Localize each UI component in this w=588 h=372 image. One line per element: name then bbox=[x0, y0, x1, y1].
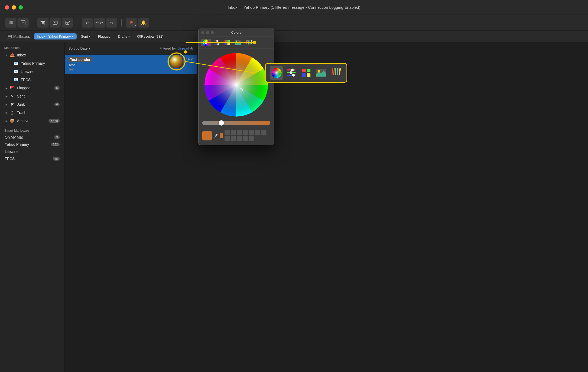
delete-button[interactable] bbox=[37, 18, 49, 28]
colors-maximize-button[interactable] bbox=[211, 31, 214, 34]
junk-expander-icon: ▶ bbox=[5, 103, 8, 106]
color-swatches-row bbox=[199, 128, 274, 145]
color-wheel-mode-button[interactable] bbox=[201, 39, 211, 46]
message-time-1: 3:17 PM bbox=[181, 57, 193, 62]
forward-button[interactable]: ↪ bbox=[106, 18, 117, 28]
yahoo-primary-icon: 📧 bbox=[13, 61, 19, 66]
sidebar-item-sent[interactable]: ▶ ➤ Sent bbox=[2, 92, 63, 100]
archive-icon: 📦 bbox=[10, 118, 15, 123]
sidebar-item-inbox[interactable]: ▾ 📥 Inbox bbox=[2, 51, 63, 59]
tab-sent[interactable]: Sent bbox=[78, 33, 94, 39]
notification-button[interactable]: 🔔 bbox=[138, 18, 149, 28]
colors-close-button[interactable] bbox=[201, 31, 204, 34]
colors-minimize-button[interactable] bbox=[206, 31, 209, 34]
sidebar-item-junk[interactable]: ▶ ✖ Junk 6 bbox=[2, 100, 63, 108]
brightness-track[interactable] bbox=[202, 121, 270, 125]
swatch-9[interactable] bbox=[231, 136, 236, 141]
sidebar-item-archive[interactable]: ▶ 📦 Archive 7,430 bbox=[2, 117, 63, 125]
swatch-3[interactable] bbox=[237, 130, 242, 135]
swatch-4[interactable] bbox=[243, 130, 248, 135]
eyedropper-button[interactable] bbox=[213, 132, 218, 139]
sort-button[interactable]: Sort by Date ▾ bbox=[68, 46, 90, 50]
tab-receipts-label: 00Receipts (232) bbox=[137, 34, 164, 38]
image-palettes-mode-button[interactable] bbox=[233, 39, 243, 46]
compose-button[interactable]: ✉ bbox=[5, 18, 16, 28]
current-color-swatch[interactable] bbox=[202, 131, 212, 140]
sidebar-item-flagged[interactable]: ▶ 🚩 Flagged 6 bbox=[2, 84, 63, 92]
svg-rect-14 bbox=[225, 40, 227, 42]
tab-flagged-label: Flagged bbox=[98, 34, 111, 38]
message-item-1[interactable]: Test sender 3:17 PM Test Test bbox=[65, 55, 197, 74]
junk-button[interactable] bbox=[50, 18, 61, 28]
mag-grid-button[interactable] bbox=[299, 66, 313, 80]
tab-receipts[interactable]: 00Receipts (232) bbox=[134, 33, 167, 39]
svg-point-19 bbox=[236, 41, 237, 42]
archive-button[interactable] bbox=[62, 18, 73, 28]
pencils-mode-button[interactable] bbox=[244, 39, 253, 46]
mag-pencils-button[interactable] bbox=[329, 66, 343, 80]
brightness-slider-container bbox=[199, 121, 274, 128]
toolbar-group-reply: ↩ ↩↩ ↪ bbox=[82, 18, 117, 28]
svg-rect-37 bbox=[307, 73, 310, 77]
sidebar-item-on-my-mac[interactable]: On My Mac 9 bbox=[2, 134, 63, 141]
archive-expander-icon: ▶ bbox=[5, 119, 8, 123]
sidebar-item-lifewire-sm[interactable]: Lifewire bbox=[2, 148, 63, 155]
main-layout: Mailboxes ▾ 📥 Inbox 📧 Yahoo Primary 📧 Li… bbox=[0, 42, 588, 372]
toolbar-group-actions bbox=[37, 18, 73, 28]
mag-image-button[interactable] bbox=[314, 66, 328, 80]
filter-info: Filtered by: Unread ⊗ bbox=[160, 46, 193, 51]
svg-point-39 bbox=[318, 70, 320, 73]
sidebar-item-yahoo-primary-sm[interactable]: Yahoo Primary 232 bbox=[2, 141, 63, 148]
trash-label: Trash bbox=[17, 110, 60, 115]
flag-button[interactable]: ⚑ ▾ bbox=[126, 18, 137, 28]
reply-button[interactable]: ↩ bbox=[82, 18, 93, 28]
sidebar-item-yahoo-primary[interactable]: 📧 Yahoo Primary bbox=[2, 59, 63, 67]
colors-traffic-lights bbox=[201, 31, 214, 34]
toolbar-group-mail: ✉ bbox=[5, 18, 29, 28]
brightness-thumb[interactable] bbox=[219, 120, 224, 126]
mag-colorwheel-button[interactable] bbox=[270, 66, 283, 80]
message-preview-1: Test bbox=[68, 68, 193, 71]
color-sliders-mode-button[interactable] bbox=[212, 39, 221, 46]
tab-inbox-yahoo-label: Inbox - Yahoo Primary bbox=[37, 34, 71, 38]
sidebar-item-tpcs-sm[interactable]: TPCS 46 bbox=[2, 155, 63, 162]
maximize-button[interactable] bbox=[19, 5, 23, 10]
colors-toolbar bbox=[199, 37, 274, 49]
mailboxes-label: Mailboxes bbox=[13, 34, 30, 39]
mailboxes-button[interactable]: Mailboxes bbox=[4, 33, 33, 40]
flagged-icon: 🚩 bbox=[10, 85, 15, 91]
swatch-10[interactable] bbox=[237, 136, 242, 141]
swatch-6[interactable] bbox=[255, 130, 260, 135]
swatch-12[interactable] bbox=[249, 136, 254, 141]
mag-sliders-button[interactable] bbox=[284, 66, 298, 80]
sidebar-item-lifewire[interactable]: 📧 Lifewire bbox=[2, 68, 63, 76]
swatch-2[interactable] bbox=[231, 130, 236, 135]
swatch-orange[interactable] bbox=[220, 133, 223, 138]
svg-text:⊕: ⊕ bbox=[239, 87, 243, 92]
close-button[interactable] bbox=[5, 5, 9, 10]
tab-drafts-label: Drafts bbox=[118, 34, 127, 38]
color-palettes-mode-button[interactable] bbox=[222, 39, 232, 46]
swatch-11[interactable] bbox=[243, 136, 248, 141]
sidebar-item-tpcs[interactable]: 📧 TPCS bbox=[2, 76, 63, 84]
sidebar-item-trash[interactable]: ▶ 🗑 Trash bbox=[2, 109, 63, 117]
swatch-5[interactable] bbox=[249, 130, 254, 135]
svg-rect-20 bbox=[245, 40, 247, 45]
message-list: Sort by Date ▾ Filtered by: Unread ⊗ Tes… bbox=[65, 42, 197, 372]
color-wheel[interactable]: ⊕ bbox=[204, 53, 268, 117]
tab-flagged[interactable]: Flagged bbox=[95, 33, 114, 39]
filter-icon[interactable]: ⊗ bbox=[190, 46, 193, 51]
svg-rect-36 bbox=[302, 73, 306, 77]
filter-value[interactable]: Unread bbox=[178, 46, 189, 50]
tab-inbox-yahoo[interactable]: Inbox - Yahoo Primary bbox=[34, 33, 77, 39]
sort-label: Sort by Date bbox=[68, 46, 87, 50]
yahoo-primary-sm-label: Yahoo Primary bbox=[5, 142, 51, 147]
minimize-button[interactable] bbox=[12, 5, 16, 10]
swatch-7[interactable] bbox=[261, 130, 266, 135]
swatch-1[interactable] bbox=[225, 130, 230, 135]
swatch-8[interactable] bbox=[225, 136, 230, 141]
reply-all-button[interactable]: ↩↩ bbox=[94, 18, 105, 28]
tab-drafts[interactable]: Drafts bbox=[115, 33, 133, 39]
archive-badge: 7,430 bbox=[49, 119, 60, 123]
new-message-button[interactable] bbox=[17, 18, 29, 28]
